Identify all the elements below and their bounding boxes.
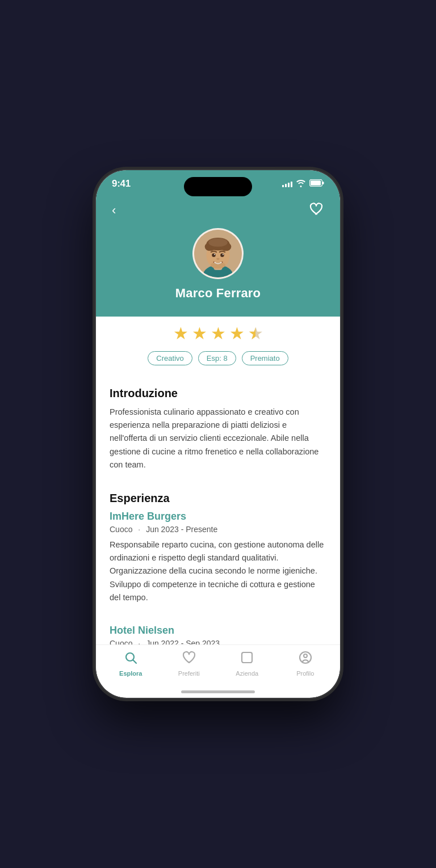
company-1: ImHere Burgers <box>110 511 326 523</box>
dynamic-island <box>184 177 252 196</box>
star-4: ★ <box>229 323 245 343</box>
job-period-1: Jun 2023 - Presente <box>146 525 217 534</box>
back-button[interactable]: ‹ <box>110 201 118 220</box>
nav-label-esplora: Esplora <box>119 670 142 677</box>
tags-row: Creativo Esp: 8 Premiato <box>110 351 326 365</box>
heart-icon <box>182 651 196 668</box>
dot-1: · <box>138 525 140 534</box>
stars-row: ★ ★ ★ ★ ★ ★ <box>110 323 326 343</box>
profile-header: ‹ <box>96 194 340 317</box>
svg-point-13 <box>214 254 215 255</box>
tag-premiato: Premiato <box>242 351 288 365</box>
nav-item-preferiti[interactable]: Preferiti <box>172 651 206 677</box>
job-desc-1: Responsabile reparto cucina, con gestion… <box>110 538 326 604</box>
status-icons <box>282 179 324 189</box>
svg-rect-1 <box>311 180 321 186</box>
svg-rect-19 <box>242 652 252 663</box>
square-icon <box>240 651 254 668</box>
star-1: ★ <box>173 323 188 343</box>
content-card: ★ ★ ★ ★ ★ ★ Creativo Esp: 8 Premiato Int… <box>96 310 340 644</box>
status-time: 9:41 <box>112 178 131 189</box>
header-nav: ‹ <box>110 200 326 221</box>
nav-label-azienda: Azienda <box>236 670 258 677</box>
user-circle-icon <box>299 651 312 668</box>
battery-icon <box>309 179 324 188</box>
star-2: ★ <box>192 323 207 343</box>
nav-item-esplora[interactable]: Esplora <box>114 651 148 677</box>
profile-name: Marco Ferraro <box>175 286 261 301</box>
svg-point-14 <box>223 254 224 255</box>
wifi-icon <box>296 179 306 189</box>
job-role-2: Cuoco <box>110 639 132 644</box>
favorite-button[interactable] <box>307 200 326 221</box>
nav-item-azienda[interactable]: Azienda <box>230 651 264 677</box>
intro-text: Professionista culinario appassionato e … <box>110 406 326 471</box>
svg-point-15 <box>216 258 220 260</box>
phone-screen: 9:41 <box>96 170 340 698</box>
svg-line-18 <box>133 660 137 664</box>
home-indicator <box>181 690 255 693</box>
star-3: ★ <box>211 323 226 343</box>
job-meta-2: Cuoco · Jun 2022 - Sep 2023 <box>110 639 326 644</box>
tag-creativo: Creativo <box>148 351 192 365</box>
tag-esp: Esp: 8 <box>198 351 236 365</box>
nav-item-profilo[interactable]: Profilo <box>288 651 322 677</box>
svg-point-11 <box>212 254 216 258</box>
star-5: ★ ★ <box>248 323 263 343</box>
intro-title: Introduzione <box>110 387 326 400</box>
bottom-nav: Esplora Preferiti Azienda <box>96 644 340 690</box>
svg-point-10 <box>208 238 228 247</box>
job-meta-1: Cuoco · Jun 2023 - Presente <box>110 525 326 534</box>
experience-title: Esperienza <box>110 492 326 505</box>
job-period-2: Jun 2022 - Sep 2023 <box>146 639 220 644</box>
svg-rect-2 <box>322 182 324 184</box>
svg-point-12 <box>220 254 224 258</box>
avatar <box>192 228 244 279</box>
phone-shell: 9:41 <box>96 170 340 698</box>
nav-label-profilo: Profilo <box>296 670 314 677</box>
job-role-1: Cuoco <box>110 525 132 534</box>
nav-label-preferiti: Preferiti <box>178 670 200 677</box>
company-2: Hotel Nielsen <box>110 625 326 637</box>
dot-2: · <box>138 639 140 644</box>
svg-point-21 <box>304 654 307 658</box>
svg-point-16 <box>211 262 225 268</box>
search-icon <box>124 651 137 668</box>
signal-bars-icon <box>282 180 292 187</box>
